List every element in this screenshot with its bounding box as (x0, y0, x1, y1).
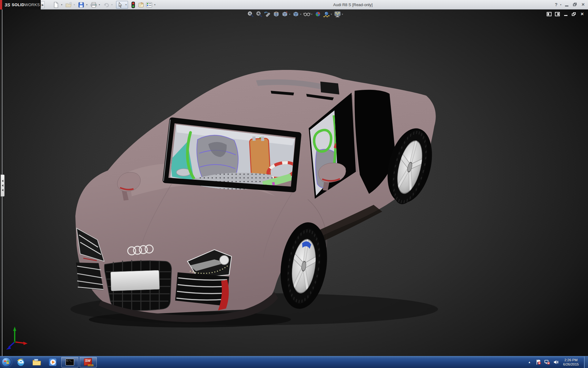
reference-triad (3, 326, 31, 351)
graphics-viewport[interactable]: ▾ ▾ ▾ (0, 10, 588, 356)
print-button[interactable] (90, 1, 98, 9)
save-dropdown-caret[interactable]: ▾ (85, 1, 89, 9)
system-tray: ▲ 2:26 PM 6/ (526, 356, 588, 368)
show-right-pane-button[interactable] (555, 12, 560, 17)
collapse-arrow-icon (2, 180, 3, 182)
solidworks-taskbar-button[interactable]: SW 2015 (80, 357, 97, 367)
action-center-button[interactable] (535, 359, 541, 366)
heads-up-view-toolbar: ▾ ▾ ▾ (246, 10, 344, 18)
apply-scene-button[interactable] (323, 10, 330, 18)
view-orientation-button[interactable] (281, 10, 288, 18)
undo-arrow-icon (103, 2, 110, 8)
view-settings-caret[interactable]: ▾ (342, 13, 343, 16)
collapse-arrow-icon (2, 189, 3, 191)
select-tool-button[interactable] (116, 1, 124, 9)
display-style-button[interactable] (292, 10, 300, 18)
document-title: Audi R8 S [Read-only] (333, 2, 373, 7)
document-restore-button[interactable] (571, 12, 577, 17)
options-checklist-icon (146, 2, 153, 8)
dassault-3ds-glyph: 3S (5, 2, 10, 7)
start-button[interactable] (0, 356, 13, 368)
rebuild-button[interactable] (129, 1, 137, 9)
file-properties-icon (138, 2, 145, 8)
collapse-arrow-icon (2, 184, 3, 187)
edit-appearance-button[interactable] (314, 10, 322, 18)
internet-explorer-button[interactable] (13, 356, 29, 368)
save-button[interactable] (77, 1, 85, 9)
undo-dropdown-caret[interactable]: ▾ (110, 1, 114, 9)
new-dropdown-caret[interactable]: ▾ (60, 1, 63, 9)
clock-date: 6/26/2015 (563, 362, 579, 366)
previous-view-icon (264, 11, 271, 17)
open-dropdown-caret[interactable]: ▾ (73, 1, 76, 9)
windows-flag-icon (4, 360, 9, 365)
new-document-button[interactable] (52, 1, 60, 9)
open-folder-icon (65, 2, 72, 8)
show-left-pane-button[interactable] (546, 12, 552, 17)
menu-expand-button[interactable]: ▶ (41, 1, 45, 8)
pane-right-icon (555, 12, 560, 16)
taskbar-clock[interactable]: 2:26 PM 6/26/2015 (563, 358, 579, 366)
network-disconnected-icon (544, 359, 550, 365)
brake-caliper (302, 243, 311, 247)
show-desktop-button[interactable] (584, 356, 588, 368)
close-button[interactable]: × (580, 2, 586, 8)
zoom-to-fit-button[interactable] (247, 10, 254, 18)
hide-show-items-button[interactable] (303, 10, 311, 18)
display-style-caret[interactable]: ▾ (300, 13, 301, 16)
solidworks-2015-icon: SW 2015 (84, 358, 93, 366)
apply-scene-icon (323, 11, 330, 17)
internet-explorer-icon (16, 358, 25, 366)
help-dropdown-caret[interactable]: ▾ (560, 3, 561, 6)
hide-show-items-caret[interactable]: ▾ (311, 13, 312, 16)
front-grille (104, 260, 172, 311)
folder-icon (32, 358, 42, 366)
pane-left-icon (547, 12, 552, 16)
command-prompt-icon: C:\_ (66, 359, 74, 366)
speaker-icon (553, 359, 559, 365)
select-arrow-icon (118, 2, 123, 8)
print-dropdown-caret[interactable]: ▾ (98, 1, 101, 9)
save-floppy-icon (78, 2, 84, 8)
brand-red-accent (0, 0, 2, 10)
options-dropdown-caret[interactable]: ▾ (153, 1, 156, 9)
select-dropdown-caret[interactable]: ▾ (124, 1, 128, 9)
feature-panel-handle[interactable] (1, 174, 5, 197)
undo-button[interactable] (102, 1, 110, 9)
standard-toolbar: ▾ ▾ ▾ ▾ (52, 1, 158, 9)
minimize-icon (565, 6, 568, 6)
help-button[interactable]: ? (553, 2, 559, 8)
minimize-button[interactable] (564, 2, 570, 8)
restore-icon (573, 3, 577, 6)
solidworks-logo: 3S SOLIDWORKS (2, 0, 41, 10)
audi-r8-model[interactable] (0, 10, 588, 356)
restore-icon (572, 12, 576, 16)
windows-orb-icon (2, 357, 11, 367)
options-button[interactable] (145, 1, 153, 9)
document-minimize-button[interactable] (563, 12, 568, 17)
media-player-button[interactable] (45, 356, 61, 368)
document-window-controls: × (546, 12, 585, 17)
file-explorer-button[interactable] (29, 356, 45, 368)
zoom-to-area-button[interactable] (255, 10, 263, 18)
apply-scene-caret[interactable]: ▾ (331, 13, 332, 16)
section-view-button[interactable] (273, 10, 280, 18)
view-orientation-caret[interactable]: ▾ (289, 13, 290, 16)
network-status-button[interactable] (544, 359, 550, 366)
volume-button[interactable] (553, 359, 559, 366)
section-view-icon (273, 11, 280, 17)
zoom-to-fit-icon (247, 11, 254, 17)
open-button[interactable] (65, 1, 73, 9)
restore-button[interactable] (572, 2, 578, 8)
zoom-to-area-icon (256, 11, 262, 17)
view-orientation-label: *Dimetric (4, 349, 21, 354)
document-close-button[interactable]: × (579, 12, 585, 17)
show-hidden-icons-button[interactable]: ▲ (526, 359, 533, 366)
view-orientation-icon (281, 11, 288, 17)
previous-view-button[interactable] (264, 10, 271, 18)
file-properties-button[interactable] (137, 1, 145, 9)
print-icon (90, 2, 97, 8)
command-prompt-button[interactable]: C:\_ (61, 357, 78, 367)
clock-time: 2:26 PM (563, 358, 579, 362)
view-settings-button[interactable] (334, 10, 341, 18)
